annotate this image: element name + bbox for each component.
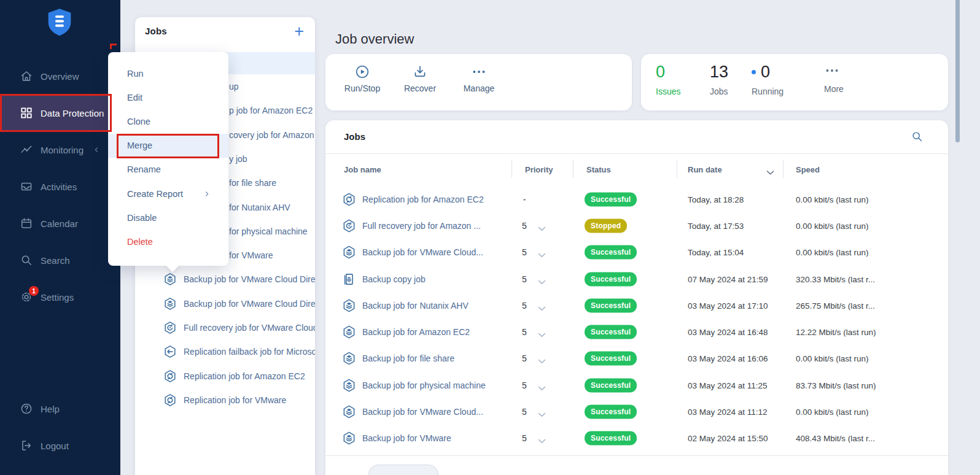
jobs-list-item-label: for physical machine — [229, 226, 308, 236]
job-name: Backup job for file share — [362, 353, 516, 363]
recover-button[interactable]: Recover — [394, 64, 446, 102]
chevron-down-icon[interactable] — [538, 409, 546, 415]
jobs-list-item[interactable]: Full recovery job for VMware Cloud — [135, 315, 315, 339]
show-more-button[interactable] — [368, 465, 438, 475]
sidebar-item-label: Activities — [41, 182, 77, 192]
sidebar-item-data-protection[interactable]: Data Protection — [0, 95, 109, 131]
table-row[interactable]: Backup job for file share5Successful03 M… — [325, 346, 948, 372]
column-separator — [677, 160, 677, 178]
menu-item-run[interactable]: Run — [108, 61, 228, 85]
replication-job-icon — [163, 393, 177, 407]
menu-item-edit[interactable]: Edit — [108, 85, 228, 109]
column-header-priority[interactable]: Priority — [525, 165, 553, 174]
vertical-scrollbar-thumb[interactable] — [955, 0, 960, 142]
running-dot — [752, 70, 756, 74]
stat-running[interactable]: 0Running — [752, 63, 784, 96]
table-search-icon[interactable] — [911, 130, 924, 143]
jobs-list-item-label: covery job for Amazon E — [229, 130, 315, 140]
status-badge: Successful — [585, 325, 637, 339]
menu-item-delete[interactable]: Delete — [108, 230, 228, 253]
chevron-down-icon[interactable] — [538, 436, 546, 441]
job-context-menu: RunEditCloneMergeRenameCreate ReportDisa… — [108, 52, 228, 266]
sidebar-item-settings[interactable]: 1Settings — [0, 279, 120, 315]
jobs-list-item[interactable]: Backup job for VMware Cloud Direc — [135, 292, 315, 315]
job-name: Backup job for VMware Cloud... — [362, 247, 516, 257]
table-row[interactable]: Replication job for Amazon EC2-Successfu… — [325, 186, 948, 212]
table-bottom-divider — [325, 455, 948, 456]
menu-item-merge[interactable]: Merge — [108, 134, 228, 158]
add-job-button[interactable]: + — [294, 22, 304, 41]
table-row[interactable]: Backup job for VMware5Successful02 May 2… — [325, 425, 948, 452]
chevron-down-icon[interactable] — [538, 356, 546, 361]
priority-value: 5 — [518, 221, 531, 231]
status-badge: Successful — [585, 298, 637, 312]
sidebar-item-logout[interactable]: Logout — [0, 427, 120, 464]
stat-jobs[interactable]: 13Jobs — [710, 63, 728, 96]
table-row[interactable]: Backup job for VMware Cloud...5Successfu… — [325, 398, 948, 425]
run-date: Today, at 18:28 — [688, 195, 744, 204]
table-row[interactable]: Backup job for physical machine5Successf… — [325, 372, 948, 398]
table-row[interactable]: Backup job for Nutanix AHV5Successful03 … — [325, 292, 948, 319]
menu-item-label: Merge — [127, 141, 152, 150]
table-row[interactable]: Backup job for VMware Cloud...5Successfu… — [325, 239, 948, 266]
menu-item-label: Run — [127, 69, 144, 79]
manage-button[interactable]: Manage — [453, 64, 505, 102]
sidebar-item-activities[interactable]: Activities — [0, 168, 120, 205]
settings-badge: 1 — [29, 286, 39, 296]
jobs-list-item[interactable]: Backup job for VMware Cloud Direc — [135, 268, 315, 292]
home-icon — [20, 69, 33, 83]
toolbar-button-label: Manage — [453, 83, 505, 93]
priority-value: 5 — [518, 274, 531, 284]
column-separator — [573, 160, 574, 178]
chevron-left-icon — [92, 145, 101, 154]
jobs-list-item[interactable]: Replication job for Amazon EC2 — [135, 364, 315, 388]
column-header-speed[interactable]: Speed — [796, 165, 820, 174]
menu-item-disable[interactable]: Disable — [108, 206, 228, 230]
column-header-run-date[interactable]: Run date — [688, 165, 722, 174]
status-badge: Successful — [585, 352, 637, 366]
run-date: 03 May 2024 at 16:06 — [688, 354, 768, 363]
sidebar-item-overview[interactable]: Overview — [0, 58, 120, 95]
sidebar-item-monitoring[interactable]: Monitoring — [0, 131, 120, 168]
sidebar-item-calendar[interactable]: Calendar — [0, 205, 120, 242]
chevron-down-icon[interactable] — [538, 276, 546, 282]
app-shield-logo-icon[interactable] — [46, 7, 73, 38]
jobs-list-item[interactable]: Replication failback job for Microso — [135, 340, 315, 364]
speed-value: 320.33 Mbit/s (last r... — [796, 274, 938, 284]
chevron-down-icon[interactable] — [538, 223, 546, 228]
chevron-down-icon[interactable] — [538, 382, 546, 388]
menu-item-create-report[interactable]: Create Report — [108, 182, 228, 206]
status-badge: Successful — [585, 245, 637, 260]
table-row[interactable]: Full recovery job for Amazon ...5Stopped… — [325, 212, 948, 239]
stat-more[interactable]: More — [824, 63, 844, 94]
chevron-down-icon[interactable] — [538, 330, 546, 335]
chevron-down-icon[interactable] — [538, 303, 546, 308]
chevron-down-icon[interactable] — [538, 250, 546, 255]
backup-job-icon — [341, 404, 357, 420]
run-stop-button[interactable]: Run/Stop — [336, 64, 388, 102]
menu-item-rename[interactable]: Rename — [108, 158, 228, 182]
stat-label: Issues — [656, 87, 680, 96]
sidebar-item-help[interactable]: Help — [0, 390, 120, 427]
play-circle-icon — [354, 64, 370, 80]
table-row[interactable]: Backup copy job5Successful07 May 2024 at… — [325, 266, 948, 292]
calendar-icon — [20, 217, 33, 230]
menu-item-clone[interactable]: Clone — [108, 109, 228, 133]
table-row[interactable]: Backup job for Amazon EC25Successful03 M… — [325, 319, 948, 345]
status-badge: Successful — [585, 431, 637, 446]
ellipsis-icon — [824, 63, 840, 79]
backup-job-icon — [341, 377, 357, 393]
help-icon — [20, 402, 33, 415]
column-header-status[interactable]: Status — [586, 165, 611, 174]
speed-value: 0.00 kbit/s (last run) — [796, 221, 938, 230]
sidebar-footer: HelpLogout — [0, 390, 120, 464]
sidebar-item-label: Calendar — [41, 218, 78, 229]
speed-value: 12.22 Mbit/s (last run) — [796, 328, 938, 337]
sidebar-item-search[interactable]: Search — [0, 242, 120, 279]
jobs-list-item[interactable]: Replication job for VMware — [135, 388, 315, 412]
menu-item-label: Delete — [127, 237, 153, 247]
stat-issues[interactable]: 0Issues — [656, 63, 680, 96]
column-header-job-name[interactable]: Job name — [344, 165, 381, 174]
stat-number: 13 — [710, 63, 728, 81]
priority-value: 5 — [518, 301, 531, 311]
